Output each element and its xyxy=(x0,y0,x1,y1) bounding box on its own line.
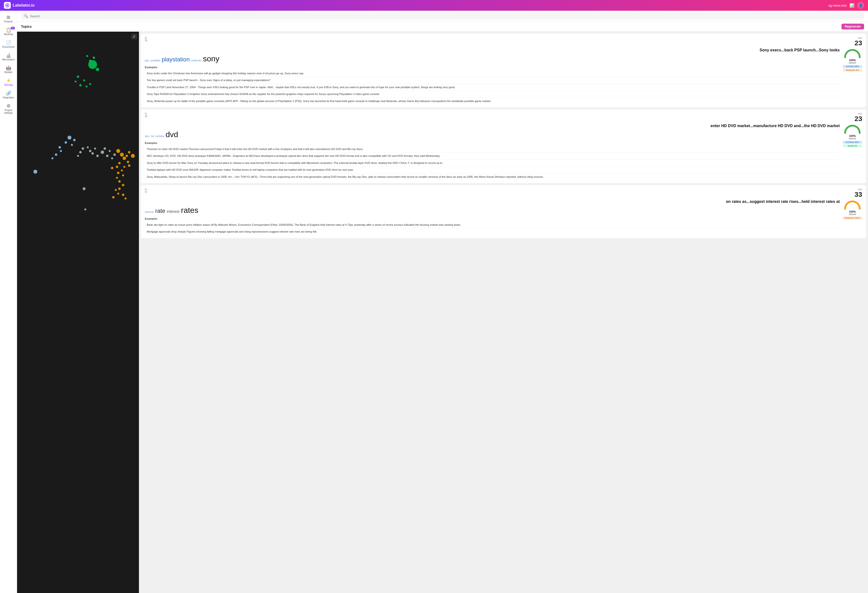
sidebar-item-label-backlog: Backlog xyxy=(4,33,13,35)
scatter-dot[interactable] xyxy=(118,187,121,190)
scatter-dot[interactable] xyxy=(121,169,123,171)
topic-gauge-area: 100% labeled Sci/Tech 96%World 4% xyxy=(843,124,862,180)
scatter-dot[interactable] xyxy=(87,146,89,148)
models-icon: 🤖 xyxy=(6,66,11,70)
scatter-dot[interactable] xyxy=(86,55,88,57)
scatter-dot[interactable] xyxy=(103,147,106,150)
scatter-dot[interactable] xyxy=(117,172,120,174)
sidebar-item-label-integration: Integration xyxy=(3,96,14,99)
scatter-dot[interactable] xyxy=(101,150,104,154)
scatter-dot[interactable] xyxy=(122,174,124,176)
user-button[interactable]: 👤 xyxy=(857,2,864,9)
scatter-dot[interactable] xyxy=(113,153,116,156)
scatter-dot[interactable] xyxy=(82,147,84,150)
scatter-dot[interactable] xyxy=(84,209,86,210)
scatter-dot[interactable] xyxy=(75,81,77,82)
sidebar-item-documents[interactable]: 📄 Documents xyxy=(1,38,16,50)
sidebar-item-models[interactable]: 🤖 Models xyxy=(1,64,16,75)
scatter-dot[interactable] xyxy=(112,196,115,199)
scatter-dot[interactable] xyxy=(52,157,53,159)
sidebar-item-integration[interactable]: 🔗 Integration xyxy=(1,89,16,101)
scatter-dot[interactable] xyxy=(89,150,92,152)
sidebar-item-backlog[interactable]: 📋 Backlog 23 xyxy=(1,26,16,37)
app-body: ⊞ Projects 📋 Backlog 23 📄 Documents 🔬 Mi… xyxy=(0,11,868,593)
scatter-dot[interactable] xyxy=(116,149,120,153)
scatter-dot[interactable] xyxy=(89,83,91,85)
svg-point-1 xyxy=(7,4,8,6)
scatter-dot[interactable] xyxy=(65,141,67,144)
scatter-dot[interactable] xyxy=(55,153,57,156)
scatter-dot[interactable] xyxy=(124,197,127,199)
expand-button[interactable]: ⤢ xyxy=(131,34,137,40)
scatter-dot[interactable] xyxy=(127,161,129,163)
label-tags: Sci/Tech 96%Business 4% xyxy=(843,65,862,72)
integration-icon: 🔗 xyxy=(6,91,11,96)
scatter-dot[interactable] xyxy=(92,152,94,155)
scatter-dot[interactable] xyxy=(79,84,82,87)
scatter-dot[interactable] xyxy=(73,139,75,141)
example-item: Mortgage approvals drop sharply Figures … xyxy=(145,228,840,235)
scatter-dot[interactable] xyxy=(125,155,128,157)
sidebar-item-project-settings[interactable]: ⚙ Project settings xyxy=(1,102,16,116)
sidebar-item-projects[interactable]: ⊞ Projects xyxy=(1,13,16,25)
topic-title: enter HD DVD market...manufacture HD DVD… xyxy=(145,124,840,128)
serving-icon: ⚡ xyxy=(6,78,11,83)
scatter-dot[interactable] xyxy=(115,189,117,191)
scatter-dot[interactable] xyxy=(118,180,121,182)
topic-meta: id55 size 23 xyxy=(145,37,862,47)
scatter-dot[interactable] xyxy=(59,146,61,149)
scatter-dot[interactable] xyxy=(128,164,130,167)
scatter-dot[interactable] xyxy=(94,147,96,150)
scatter-dot[interactable] xyxy=(111,167,113,169)
scatter-dot[interactable] xyxy=(131,154,135,158)
scatter-dot[interactable] xyxy=(123,166,125,168)
scatter-dot[interactable] xyxy=(123,157,126,160)
search-input[interactable] xyxy=(30,15,861,18)
scatter-dot[interactable] xyxy=(89,60,92,62)
gauge-label: labeled xyxy=(849,213,856,216)
scatter-dot[interactable] xyxy=(77,75,79,78)
scatter-dot[interactable] xyxy=(116,166,118,168)
gauge-svg xyxy=(844,124,861,134)
examples-label: Examples xyxy=(145,66,840,69)
search-wrapper: 🔍 xyxy=(21,13,864,19)
scatter-dot[interactable] xyxy=(116,177,118,179)
scatter-dot[interactable] xyxy=(96,155,99,157)
regenerate-button[interactable]: Regenerate xyxy=(841,24,864,29)
keyword: rate xyxy=(155,207,165,214)
scatter-dot[interactable] xyxy=(120,153,124,157)
scatter-dot[interactable] xyxy=(96,68,99,71)
topic-title: on rates as...suggest interest rate rise… xyxy=(145,199,840,204)
scatter-dot[interactable] xyxy=(68,135,71,140)
scatter-dot[interactable] xyxy=(117,193,119,194)
logo-icon xyxy=(4,2,11,9)
sidebar-item-microtopics[interactable]: 🔬 Microtopics xyxy=(1,51,16,63)
scatter-dot[interactable] xyxy=(71,144,73,146)
sidebar-item-serving[interactable]: ⚡ Serving xyxy=(1,77,16,88)
scatter-dot[interactable] xyxy=(106,155,108,157)
scatter-dot[interactable] xyxy=(93,56,95,59)
label-tags: Business 100% xyxy=(843,216,862,219)
scatter-dot[interactable] xyxy=(83,187,86,190)
scatter-dot[interactable] xyxy=(128,151,130,153)
scatter-dot[interactable] xyxy=(83,79,85,81)
scatter-dot[interactable] xyxy=(111,157,113,159)
scatter-dot[interactable] xyxy=(79,151,82,153)
chart-icon[interactable]: 📊 xyxy=(849,3,854,8)
header-right: ag-news-test 📊 👤 xyxy=(828,2,864,9)
documents-icon: 📄 xyxy=(6,40,11,45)
scatter-dot[interactable] xyxy=(60,150,62,152)
scatter-dot[interactable] xyxy=(33,170,37,174)
scatter-dot[interactable] xyxy=(77,155,79,157)
scatter-dot[interactable] xyxy=(118,162,121,164)
examples-label: Examples xyxy=(145,141,840,144)
app-title: Labelator.io xyxy=(13,3,35,7)
scatter-dot[interactable] xyxy=(109,150,111,152)
project-name: ag-news-test xyxy=(828,4,847,7)
scatter-dot[interactable] xyxy=(122,184,124,186)
scatter-dot[interactable] xyxy=(86,85,87,87)
scatter-dot[interactable] xyxy=(122,194,124,196)
keyword: nintendo xyxy=(191,59,201,62)
topic-size: 23 xyxy=(855,39,862,47)
sidebar-item-label-projects: Projects xyxy=(4,20,13,23)
